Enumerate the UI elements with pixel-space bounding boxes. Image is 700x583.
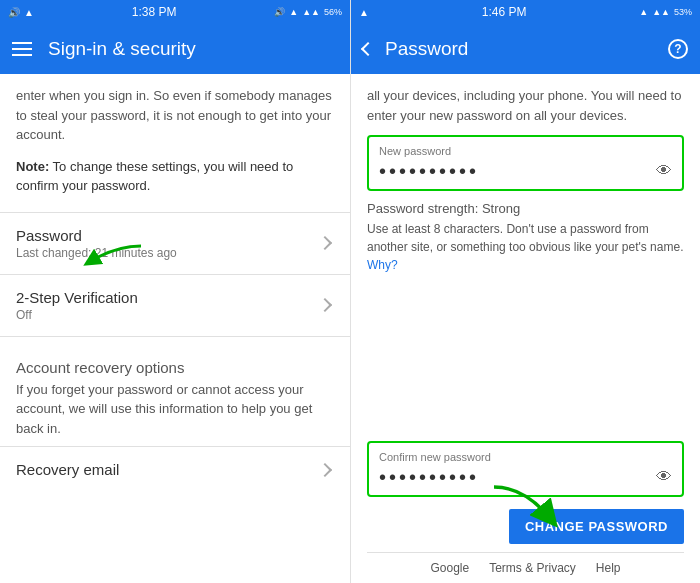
left-header: Sign-in & security: [0, 24, 350, 74]
info-text: all your devices, including your phone. …: [367, 86, 684, 125]
footer-links: Google Terms & Privacy Help: [367, 552, 684, 583]
right-bottom: Confirm new password •••••••••• 👁 CHANGE…: [351, 433, 700, 583]
password-menu-title: Password: [16, 227, 320, 244]
recovery-email-menu-item[interactable]: Recovery email: [16, 447, 334, 492]
password-menu-content: Password Last changed: 21 minutes ago: [16, 227, 320, 260]
google-footer-link[interactable]: Google: [430, 561, 469, 575]
left-panel: 🔊 ▲ 1:38 PM 🔊 ▲ ▲▲ 56% Sign-in & securit…: [0, 0, 350, 583]
help-footer-link[interactable]: Help: [596, 561, 621, 575]
green-arrow-password: [76, 241, 146, 271]
password-menu-item[interactable]: Password Last changed: 21 minutes ago: [16, 213, 334, 274]
why-link[interactable]: Why?: [367, 258, 398, 272]
volume-icon-right: 🔊: [274, 7, 285, 17]
two-step-menu-content: 2-Step Verification Off: [16, 289, 320, 322]
two-step-menu-title: 2-Step Verification: [16, 289, 320, 306]
recovery-email-content: Recovery email: [16, 461, 320, 478]
right-signal-icon: ▲: [359, 7, 369, 18]
account-recovery-title: Account recovery options: [16, 345, 334, 380]
recovery-email-title: Recovery email: [16, 461, 320, 478]
strength-value: Strong: [482, 201, 520, 216]
new-password-field[interactable]: New password •••••••••• 👁: [367, 135, 684, 191]
two-step-menu-subtitle: Off: [16, 308, 320, 322]
strength-section: Password strength: Strong Use at least 8…: [367, 201, 684, 274]
right-status-left: ▲: [359, 7, 369, 18]
account-recovery-section: Account recovery options If you forget y…: [16, 337, 334, 447]
right-time: 1:46 PM: [482, 5, 527, 19]
signal-icon: ▲: [24, 7, 34, 18]
left-status-bar: 🔊 ▲ 1:38 PM 🔊 ▲ ▲▲ 56%: [0, 0, 350, 24]
right-content: all your devices, including your phone. …: [351, 74, 700, 433]
right-header-title: Password: [385, 38, 468, 60]
green-arrow-btn: [484, 482, 564, 532]
change-btn-row: CHANGE PASSWORD: [367, 509, 684, 544]
left-status-right: 🔊 ▲ ▲▲ 56%: [274, 7, 342, 17]
help-icon[interactable]: ?: [668, 39, 688, 59]
right-header: Password ?: [351, 24, 700, 74]
eye-icon-confirm[interactable]: 👁: [656, 468, 672, 486]
password-menu-subtitle: Last changed: 21 minutes ago: [16, 246, 320, 260]
chevron-right-2step-icon: [318, 298, 332, 312]
right-wifi-icon: ▲: [639, 7, 648, 17]
intro-text: enter when you sign in. So even if someb…: [16, 86, 334, 145]
note-text: Note: To change these settings, you will…: [16, 157, 334, 196]
hamburger-menu-icon[interactable]: [12, 42, 32, 56]
left-status-left: 🔊 ▲: [8, 7, 34, 18]
volume-icon: 🔊: [8, 7, 20, 18]
right-status-right: ▲ ▲▲ 53%: [639, 7, 692, 17]
right-signal-bars: ▲▲: [652, 7, 670, 17]
left-time: 1:38 PM: [132, 5, 177, 19]
account-recovery-desc: If you forget your password or cannot ac…: [16, 380, 334, 447]
new-password-dots: ••••••••••: [379, 161, 479, 181]
chevron-right-icon: [318, 236, 332, 250]
new-password-label: New password: [379, 145, 672, 157]
eye-icon-new[interactable]: 👁: [656, 162, 672, 180]
strength-label: Password strength: Strong: [367, 201, 684, 216]
right-status-bar: ▲ 1:46 PM ▲ ▲▲ 53%: [351, 0, 700, 24]
right-header-left: Password: [363, 38, 468, 60]
back-arrow-icon[interactable]: [361, 42, 375, 56]
terms-privacy-footer-link[interactable]: Terms & Privacy: [489, 561, 576, 575]
chevron-right-recovery-icon: [318, 462, 332, 476]
new-password-row: •••••••••• 👁: [379, 161, 672, 181]
signal-icon-right: ▲▲: [302, 7, 320, 17]
confirm-password-label: Confirm new password: [379, 451, 672, 463]
two-step-menu-item[interactable]: 2-Step Verification Off: [16, 275, 334, 336]
strength-desc: Use at least 8 characters. Don't use a p…: [367, 220, 684, 274]
confirm-password-dots: ••••••••••: [379, 467, 479, 487]
wifi-icon: ▲: [289, 7, 298, 17]
right-battery-icon: 53%: [674, 7, 692, 17]
right-panel: ▲ 1:46 PM ▲ ▲▲ 53% Password ? all your d…: [350, 0, 700, 583]
left-content: enter when you sign in. So even if someb…: [0, 74, 350, 583]
left-header-title: Sign-in & security: [48, 38, 196, 60]
battery-icon: 56%: [324, 7, 342, 17]
